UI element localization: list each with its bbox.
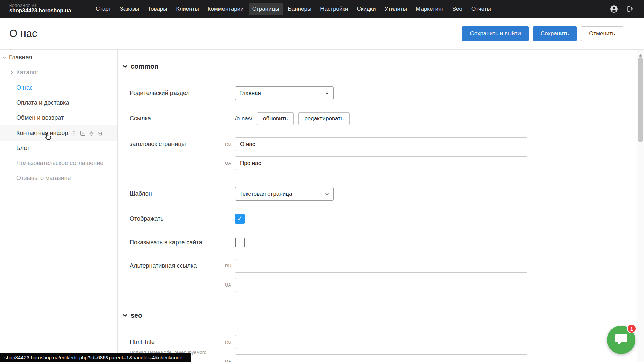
lang-tag-ru: RU bbox=[225, 335, 235, 349]
sidebar-item-obmen-vozvrat[interactable]: Обмен и возврат bbox=[0, 110, 117, 125]
html-title-ua-input[interactable] bbox=[235, 354, 527, 362]
nav-item-discounts[interactable]: Скидки bbox=[353, 3, 379, 15]
tree-item-label: О нас bbox=[16, 84, 33, 91]
tree-item-label: Контактная инфор bbox=[16, 130, 68, 137]
sitemap-checkbox[interactable]: ✓ bbox=[235, 238, 245, 247]
nav-item-comments[interactable]: Комментарии bbox=[204, 3, 247, 15]
parent-section-value: Главная bbox=[239, 90, 261, 97]
template-row: Шаблон Текстовая страница bbox=[130, 187, 637, 201]
sitemap-row: Показывать в карте сайта ✓ bbox=[130, 237, 637, 247]
nav-item-orders[interactable]: Заказы bbox=[116, 3, 143, 15]
html-title-ru-input[interactable] bbox=[235, 335, 527, 349]
tree-item-label: Обмен и возврат bbox=[16, 114, 64, 121]
section-seo-label: seo bbox=[131, 312, 142, 319]
section-common[interactable]: common bbox=[122, 62, 637, 71]
tree-item-actions bbox=[71, 130, 103, 136]
tree-item-label: Оплата и доставка bbox=[16, 99, 69, 106]
lang-tag-ru: RU bbox=[225, 259, 235, 273]
chevron-right-icon bbox=[10, 70, 14, 75]
tree-item-label: Каталог bbox=[16, 69, 38, 76]
nav-item-products[interactable]: Товары bbox=[144, 3, 171, 15]
alt-link-ru-input[interactable] bbox=[235, 259, 527, 273]
nav-item-clients[interactable]: Клиенты bbox=[172, 3, 203, 15]
sidebar-item-blog[interactable]: Блог bbox=[0, 141, 117, 156]
top-navbar: HOROSHOP V4 shop34423.horoshop.ua Старт … bbox=[0, 0, 644, 18]
link-refresh-button[interactable]: обновить bbox=[257, 112, 294, 125]
nav-item-pages[interactable]: Страницы bbox=[249, 3, 283, 15]
html-title-row: Html Title Полная замена title, генериру… bbox=[130, 335, 637, 362]
brand-domain: shop34423.horoshop.ua bbox=[9, 8, 71, 14]
chevron-down-icon bbox=[325, 91, 329, 96]
chat-bubble-icon bbox=[614, 332, 628, 348]
account-icon[interactable] bbox=[610, 5, 618, 13]
sidebar-item-o-nas[interactable]: О нас bbox=[0, 80, 117, 95]
plus-square-icon[interactable] bbox=[80, 130, 86, 136]
chevron-down-icon bbox=[122, 313, 128, 318]
section-common-label: common bbox=[131, 63, 158, 70]
tree-item-label: Пользовательское соглашение bbox=[16, 160, 103, 167]
pages-tree-sidebar: Главная Каталог О нас Оплата и доставка … bbox=[0, 50, 118, 362]
main-menu: Старт Заказы Товары Клиенты Комментарии … bbox=[92, 3, 495, 15]
lang-tag-ru: RU bbox=[225, 137, 235, 151]
chevron-down-icon bbox=[122, 64, 128, 69]
sidebar-item-soglashenie[interactable]: Пользовательское соглашение bbox=[0, 156, 117, 171]
display-checkbox[interactable]: ✓ bbox=[235, 214, 245, 224]
page-title-ua-input[interactable] bbox=[235, 156, 527, 170]
template-label: Шаблон bbox=[130, 187, 235, 201]
move-icon[interactable] bbox=[71, 130, 77, 136]
chat-widget-button[interactable]: 1 bbox=[607, 326, 635, 354]
alt-link-label: Альтернативная ссылка bbox=[130, 259, 225, 273]
nav-item-banners[interactable]: Баннеры bbox=[284, 3, 315, 15]
page-edit-form: common Родительский раздел Главная Ссылк… bbox=[118, 50, 637, 362]
tree-item-label: Отзывы о магазине bbox=[16, 175, 71, 182]
browser-status-bar: shop34423.horoshop.ua/edit/edit.php?id=6… bbox=[0, 353, 191, 362]
lang-tag-ua: UA bbox=[225, 354, 235, 362]
chevron-down-icon bbox=[2, 55, 7, 60]
sitemap-label: Показывать в карте сайта bbox=[130, 237, 235, 247]
sidebar-item-kontaktnaya-informatsiya[interactable]: Контактная инфор bbox=[0, 125, 117, 141]
alt-link-row: Альтернативная ссылка RU UA bbox=[130, 259, 637, 292]
gear-icon[interactable] bbox=[89, 130, 94, 136]
page-title-label: заголовок страницы bbox=[130, 137, 225, 151]
nav-item-utilities[interactable]: Утилиты bbox=[381, 3, 411, 15]
parent-section-row: Родительский раздел Главная bbox=[130, 86, 637, 100]
nav-item-settings[interactable]: Настройки bbox=[316, 3, 352, 15]
cancel-button[interactable]: Отменить bbox=[581, 26, 623, 41]
section-seo[interactable]: seo bbox=[122, 311, 637, 320]
nav-item-reports[interactable]: Отчеты bbox=[467, 3, 495, 15]
html-title-label: Html Title bbox=[130, 335, 225, 349]
trash-icon[interactable] bbox=[97, 130, 103, 136]
tree-item-label: Блог bbox=[16, 145, 30, 152]
logout-icon[interactable] bbox=[626, 5, 635, 13]
brand-logo[interactable]: HOROSHOP V4 shop34423.horoshop.ua bbox=[9, 4, 71, 14]
sidebar-item-katalog[interactable]: Каталог bbox=[0, 65, 117, 80]
nav-item-seo[interactable]: Seo bbox=[449, 3, 466, 15]
display-label: Отображать bbox=[130, 214, 235, 224]
save-button[interactable]: Сохранить bbox=[533, 26, 577, 41]
chevron-down-icon bbox=[325, 192, 329, 196]
sidebar-item-otzyvy[interactable]: Отзывы о магазине bbox=[0, 171, 117, 186]
page-header: О нас Сохранить и выйти Сохранить Отмени… bbox=[0, 18, 644, 50]
sidebar-item-oplata-dostavka[interactable]: Оплата и доставка bbox=[0, 95, 117, 110]
link-row: Ссылка /o-nas/ обновить редактировать bbox=[130, 112, 637, 125]
page-title-ru-input[interactable] bbox=[235, 137, 527, 151]
nav-item-start[interactable]: Старт bbox=[92, 3, 115, 15]
nav-item-marketing[interactable]: Маркетинг bbox=[412, 3, 447, 15]
chat-unread-badge: 1 bbox=[627, 324, 636, 333]
navbar-right bbox=[610, 5, 635, 13]
page-title: О нас bbox=[9, 28, 37, 40]
parent-section-select[interactable]: Главная bbox=[235, 86, 334, 100]
sidebar-item-glavnaya[interactable]: Главная bbox=[0, 50, 117, 65]
scrollbar-thumb[interactable] bbox=[638, 57, 643, 142]
vertical-scrollbar[interactable] bbox=[637, 50, 644, 362]
lang-tag-ua: UA bbox=[225, 278, 235, 292]
status-url-text: shop34423.horoshop.ua/edit/edit.php?id=6… bbox=[4, 355, 187, 360]
page-title-row: заголовок страницы RU UA bbox=[130, 137, 637, 170]
alt-link-ua-input[interactable] bbox=[235, 278, 527, 292]
save-and-exit-button[interactable]: Сохранить и выйти bbox=[462, 26, 528, 41]
lang-tag-ua: UA bbox=[225, 156, 235, 170]
html-title-label-block: Html Title Полная замена title, генериру… bbox=[130, 335, 225, 355]
link-edit-button[interactable]: редактировать bbox=[298, 112, 349, 125]
template-value: Текстовая страница bbox=[239, 191, 292, 197]
template-select[interactable]: Текстовая страница bbox=[235, 187, 334, 201]
